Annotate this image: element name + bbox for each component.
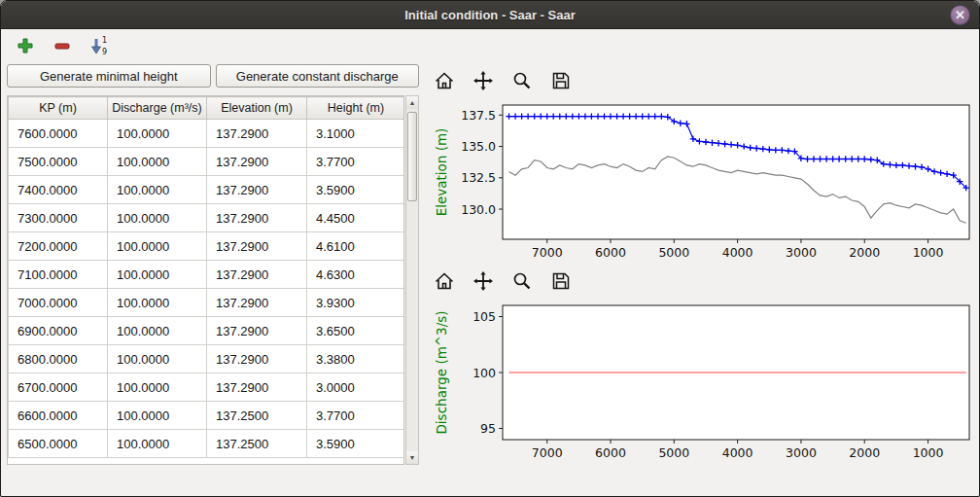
pan-button[interactable] (470, 267, 497, 295)
generate-minimal-height-button[interactable]: Generate minimal height (7, 64, 211, 88)
table-cell-height[interactable]: 3.9300 (307, 289, 405, 317)
table-cell-kp[interactable]: 7000.0000 (9, 289, 108, 317)
home-button[interactable] (431, 67, 458, 94)
table-cell-elevation[interactable]: 137.2500 (207, 430, 307, 458)
table-row[interactable]: 7600.0000 100.0000 137.2900 3.1000 (9, 120, 405, 148)
x-tick-label: 7000 (532, 245, 563, 260)
table-cell-elevation[interactable]: 137.2900 (207, 345, 307, 373)
window-title: Initial condition - Saar - Saar (404, 8, 576, 22)
generate-constant-discharge-button[interactable]: Generate constant discharge (216, 64, 420, 88)
table-cell-discharge[interactable]: 100.0000 (108, 317, 207, 345)
x-tick-label: 4000 (722, 445, 753, 460)
table-cell-height[interactable]: 4.4500 (307, 204, 405, 232)
table-cell-discharge[interactable]: 100.0000 (108, 204, 207, 232)
close-button[interactable]: ✕ (950, 5, 970, 25)
table-row[interactable]: 7400.0000 100.0000 137.2900 3.5900 (9, 176, 405, 204)
table-row[interactable]: 7000.0000 100.0000 137.2900 3.9300 (9, 289, 405, 317)
table-cell-kp[interactable]: 7500.0000 (9, 148, 108, 176)
table-cell-discharge[interactable]: 100.0000 (108, 120, 207, 148)
table-cell-elevation[interactable]: 137.2900 (207, 148, 307, 176)
table-cell-discharge[interactable]: 100.0000 (108, 232, 207, 261)
zoom-button[interactable] (508, 67, 536, 94)
table-cell-height[interactable]: 3.7700 (307, 402, 405, 430)
table-cell-discharge[interactable]: 100.0000 (108, 261, 207, 289)
scroll-down-arrow[interactable]: ▼ (406, 451, 418, 464)
table-cell-kp[interactable]: 7400.0000 (9, 176, 108, 204)
scrollbar-thumb[interactable] (407, 112, 417, 201)
table-cell-elevation[interactable]: 137.2500 (207, 402, 307, 430)
table-cell-height[interactable]: 3.6500 (307, 317, 405, 345)
table-row[interactable]: 7100.0000 100.0000 137.2900 4.6300 (9, 261, 405, 289)
table-cell-height[interactable]: 3.5900 (307, 430, 405, 458)
pan-button[interactable] (470, 67, 497, 94)
discharge-chart[interactable]: 700060005000400030002000100095100105Disc… (427, 298, 977, 465)
table-cell-discharge[interactable]: 100.0000 (108, 430, 207, 458)
table-row[interactable]: 6700.0000 100.0000 137.2900 3.0000 (9, 373, 405, 402)
table-cell-elevation[interactable]: 137.2900 (207, 176, 307, 204)
table-cell-kp[interactable]: 6800.0000 (9, 345, 108, 373)
add-icon (16, 36, 35, 55)
save-button[interactable] (547, 267, 575, 295)
zoom-button[interactable] (508, 267, 536, 295)
table-cell-elevation[interactable]: 137.2900 (207, 317, 307, 345)
table-cell-kp[interactable]: 6500.0000 (9, 430, 108, 458)
table-cell-height[interactable]: 4.6300 (307, 261, 405, 289)
table-cell-height[interactable]: 4.6100 (307, 232, 405, 261)
table-cell-kp[interactable]: 7200.0000 (9, 232, 108, 261)
table-cell-kp[interactable]: 7300.0000 (9, 204, 108, 232)
table-cell-kp[interactable]: 7600.0000 (9, 120, 108, 148)
x-tick-label: 2000 (849, 245, 880, 260)
column-header-discharge[interactable]: Discharge (m³/s) (108, 97, 207, 120)
table-row[interactable]: 6500.0000 100.0000 137.2500 3.5900 (9, 430, 405, 458)
table-cell-kp[interactable]: 7100.0000 (9, 261, 108, 289)
table-body: 7600.0000 100.0000 137.2900 3.1000 7500.… (9, 120, 405, 458)
column-header-elevation[interactable]: Elevation (m) (207, 97, 307, 120)
scroll-up-arrow[interactable]: ▲ (406, 96, 418, 109)
zoom-icon (511, 270, 533, 292)
table-cell-height[interactable]: 3.5900 (307, 176, 405, 204)
home-button[interactable] (431, 267, 458, 295)
column-header-height[interactable]: Height (m) (307, 97, 405, 120)
remove-row-button[interactable] (50, 33, 75, 58)
x-tick-label: 3000 (786, 245, 817, 260)
table-cell-elevation[interactable]: 137.2900 (207, 232, 307, 261)
table-row[interactable]: 7200.0000 100.0000 137.2900 4.6100 (9, 232, 405, 261)
sort-ascending-icon: 1 9 (88, 35, 110, 56)
home-icon (434, 70, 455, 91)
save-button[interactable] (547, 67, 575, 94)
table-cell-kp[interactable]: 6900.0000 (9, 317, 108, 345)
pan-icon (472, 70, 494, 91)
table-cell-elevation[interactable]: 137.2900 (207, 289, 307, 317)
pan-icon (472, 270, 494, 292)
titlebar[interactable]: Initial condition - Saar - Saar ✕ (1, 1, 979, 29)
y-tick-label: 137.5 (461, 108, 496, 123)
table-cell-height[interactable]: 3.0000 (307, 373, 405, 402)
table-cell-discharge[interactable]: 100.0000 (108, 345, 207, 373)
table-row[interactable]: 7500.0000 100.0000 137.2900 3.7700 (9, 148, 405, 176)
elevation-chart[interactable]: 7000600050004000300020001000130.0132.513… (427, 97, 977, 265)
table-cell-height[interactable]: 3.3800 (307, 345, 405, 373)
table-cell-discharge[interactable]: 100.0000 (108, 402, 207, 430)
sort-button[interactable]: 1 9 (87, 33, 112, 58)
table-cell-height[interactable]: 3.1000 (307, 120, 405, 148)
column-header-kp[interactable]: KP (m) (9, 97, 108, 120)
table-cell-kp[interactable]: 6700.0000 (9, 373, 108, 402)
table-cell-elevation[interactable]: 137.2900 (207, 120, 307, 148)
table-cell-height[interactable]: 3.7700 (307, 148, 405, 176)
content: Generate minimal height Generate constan… (1, 62, 979, 496)
table-cell-kp[interactable]: 6600.0000 (9, 402, 108, 430)
add-row-button[interactable] (13, 33, 38, 58)
x-tick-label: 5000 (658, 445, 689, 460)
table-row[interactable]: 6600.0000 100.0000 137.2500 3.7700 (9, 402, 405, 430)
table-cell-discharge[interactable]: 100.0000 (108, 289, 207, 317)
table-cell-elevation[interactable]: 137.2900 (207, 204, 307, 232)
table-row[interactable]: 6800.0000 100.0000 137.2900 3.3800 (9, 345, 405, 373)
table-cell-elevation[interactable]: 137.2900 (207, 261, 307, 289)
table-row[interactable]: 6900.0000 100.0000 137.2900 3.6500 (9, 317, 405, 345)
table-cell-discharge[interactable]: 100.0000 (108, 148, 207, 176)
table-cell-discharge[interactable]: 100.0000 (108, 373, 207, 402)
table-cell-elevation[interactable]: 137.2900 (207, 373, 307, 402)
table-cell-discharge[interactable]: 100.0000 (108, 176, 207, 204)
table-scrollbar[interactable]: ▲ ▼ (405, 95, 419, 465)
table-row[interactable]: 7300.0000 100.0000 137.2900 4.4500 (9, 204, 405, 232)
